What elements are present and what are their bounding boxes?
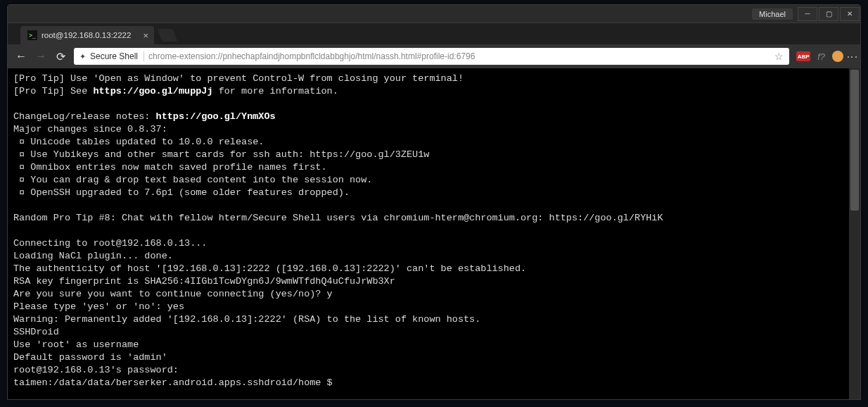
tab-active[interactable]: >_ root@192.168.0.13:2222 × xyxy=(20,26,154,44)
terminal-line: RSA key fingerprint is SHA256:4IIGb1TcwD… xyxy=(13,276,395,287)
terminal-line: ¤ Omnibox entries now match saved profil… xyxy=(13,162,327,173)
tab-close-icon[interactable]: × xyxy=(143,30,148,41)
terminal-line: Are you sure you want to continue connec… xyxy=(13,289,333,299)
terminal-line: The authenticity of host '[192.168.0.13]… xyxy=(13,263,526,274)
chrome-menu-button[interactable]: ⋮ xyxy=(850,51,853,62)
abp-extension-icon[interactable]: ABP xyxy=(796,51,810,61)
terminal-favicon-icon: >_ xyxy=(27,30,37,40)
terminal-line: Connecting to root@192.168.0.13... xyxy=(13,238,207,249)
extension-circle-icon[interactable] xyxy=(832,51,843,62)
terminal-line: ¤ Unicode tables updated to 10.0.0 relea… xyxy=(13,137,264,147)
terminal-line: ¤ Use Yubikeys and other smart cards for… xyxy=(13,149,429,160)
extension-name: Secure Shell xyxy=(90,51,144,61)
terminal-line: Loading NaCl plugin... done. xyxy=(13,251,173,261)
scrollbar-thumb[interactable] xyxy=(850,70,859,211)
terminal[interactable]: [Pro Tip] Use 'Open as Window' to preven… xyxy=(8,68,849,399)
forward-button[interactable]: → xyxy=(34,50,47,63)
tab-title: root@192.168.0.13:2222 xyxy=(42,31,131,39)
minimize-button[interactable]: ─ xyxy=(798,7,817,21)
puzzle-icon: ✦ xyxy=(79,52,86,61)
reload-button[interactable]: ⟳ xyxy=(54,50,67,63)
terminal-line: Please type 'yes' or 'no': yes xyxy=(13,301,184,312)
terminal-viewport: [Pro Tip] Use 'Open as Window' to preven… xyxy=(8,68,860,399)
terminal-line: Default password is 'admin' xyxy=(13,352,167,363)
new-tab-button[interactable] xyxy=(158,29,178,42)
terminal-line: Random Pro Tip #8: Chat with fellow hter… xyxy=(13,213,663,223)
browser-window: Michael ─ ▢ ✕ >_ root@192.168.0.13:2222 … xyxy=(7,4,861,400)
extension-slot-icon[interactable]: f? xyxy=(817,51,825,62)
terminal-line: ¤ You can drag & drop text based content… xyxy=(13,175,372,185)
maximize-button[interactable]: ▢ xyxy=(819,7,838,21)
back-button[interactable]: ← xyxy=(15,50,27,63)
url-text: chrome-extension://pnhechapfaindjhompbnf… xyxy=(148,51,770,61)
terminal-line: SSHDroid xyxy=(13,327,59,337)
terminal-prompt: taimen:/data/data/berserker.android.apps… xyxy=(13,377,333,388)
terminal-line: Warning: Permanently added '[192.168.0.1… xyxy=(13,314,480,325)
tab-strip: >_ root@192.168.0.13:2222 × xyxy=(8,23,860,44)
terminal-line: root@192.168.0.13's password: xyxy=(13,365,179,375)
terminal-line: [Pro Tip] Use 'Open as Window' to preven… xyxy=(13,73,464,84)
user-badge: Michael xyxy=(752,8,793,20)
terminal-line: [Pro Tip] See https://goo.gl/muppJj for … xyxy=(13,86,338,96)
terminal-line: Use 'root' as username xyxy=(13,339,139,350)
terminal-line: Major changes since 0.8.37: xyxy=(13,124,167,134)
bookmark-star-icon[interactable]: ☆ xyxy=(774,51,784,62)
scrollbar[interactable] xyxy=(849,68,860,399)
toolbar: ← → ⟳ ✦ Secure Shell chrome-extension://… xyxy=(8,44,860,68)
terminal-line: ChangeLog/release notes: https://goo.gl/… xyxy=(13,111,276,122)
address-bar[interactable]: ✦ Secure Shell chrome-extension://pnhech… xyxy=(74,48,789,65)
close-window-button[interactable]: ✕ xyxy=(840,7,860,21)
window-titlebar: Michael ─ ▢ ✕ xyxy=(8,5,860,23)
terminal-line: ¤ OpenSSH upgraded to 7.6p1 (some older … xyxy=(13,187,350,198)
